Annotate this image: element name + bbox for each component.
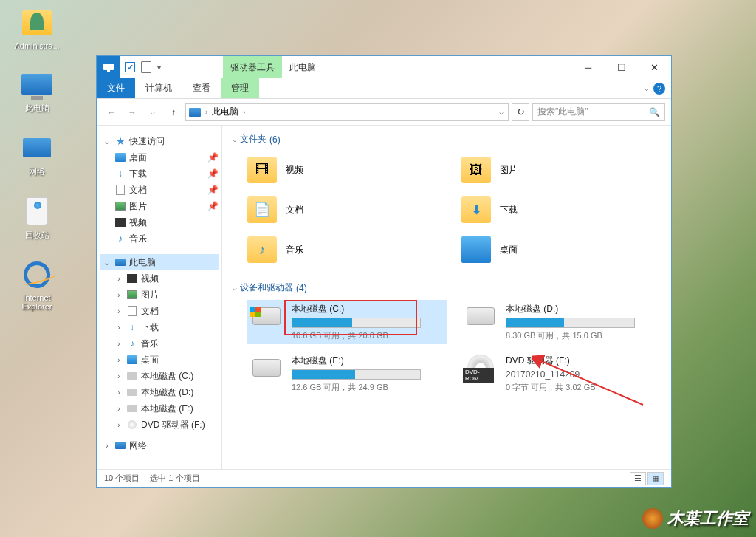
tree-item-downloads[interactable]: ↓下载📌 — [100, 165, 219, 182]
ribbon-tab-manage[interactable]: 管理 — [221, 78, 259, 98]
ribbon: 文件 计算机 查看 管理 ⌵ ? — [97, 78, 671, 99]
qat-properties-icon[interactable]: ✓ — [125, 62, 135, 72]
view-tiles-button[interactable]: ▦ — [647, 472, 664, 485]
tree-item-documents[interactable]: ›文档 — [100, 303, 219, 319]
back-button[interactable]: ← — [103, 103, 120, 121]
desktop-icon-ie[interactable]: Internet Explorer — [7, 259, 66, 311]
ribbon-tab-computer[interactable]: 计算机 — [135, 78, 182, 98]
view-details-button[interactable]: ☰ — [630, 472, 646, 485]
tree-network[interactable]: ›网络 — [100, 437, 219, 454]
folder-downloads[interactable]: ⬇下载 — [461, 191, 661, 228]
svg-rect-1 — [107, 70, 110, 72]
explorer-window: ✓ ▾ 驱动器工具 此电脑 ─ ☐ ✕ 文件 计算机 查看 管理 ⌵ ? ← →… — [96, 55, 672, 488]
tree-item-music[interactable]: ›♪音乐 — [100, 335, 219, 352]
section-folders[interactable]: ⌵文件夹 (6) — [233, 133, 661, 146]
address-dropdown-icon[interactable]: ⌵ — [495, 108, 508, 116]
folder-desktop[interactable]: 桌面 — [461, 231, 661, 268]
minimize-button[interactable]: ─ — [571, 56, 605, 78]
status-selected-count: 选中 1 个项目 — [150, 473, 199, 484]
drive-d[interactable]: 本地磁盘 (D:) 8.30 GB 可用，共 15.0 GB — [461, 300, 661, 344]
folder-documents[interactable]: 📄文档 — [247, 191, 447, 228]
tree-item-dvd[interactable]: ›DVD 驱动器 (F:) — [100, 417, 219, 433]
refresh-button[interactable]: ↻ — [512, 103, 529, 121]
breadcrumb-sep-icon[interactable]: › — [205, 108, 207, 116]
tree-this-pc[interactable]: ⌵此电脑 — [100, 254, 219, 270]
tree-item-downloads[interactable]: ›↓下载 — [100, 319, 219, 335]
navigation-bar: ← → ⌵ ↑ › 此电脑 › ⌵ ↻ 搜索"此电脑" 🔍 — [97, 99, 671, 126]
tree-item-desktop[interactable]: ›桌面 — [100, 352, 219, 368]
contextual-tab-label: 驱动器工具 — [223, 56, 282, 78]
breadcrumb-segment[interactable]: 此电脑 — [212, 106, 238, 118]
desktop-icons: Administra... 此电脑 网络 回收站 Internet Explor… — [7, 7, 66, 329]
drive-hdd-icon — [252, 359, 281, 377]
search-input[interactable]: 搜索"此电脑" 🔍 — [532, 103, 665, 121]
tree-quick-access[interactable]: ⌵★快速访问 — [100, 133, 219, 149]
drive-c[interactable]: 本地磁盘 (C:) 10.6 GB 可用，共 20.0 GB — [247, 300, 447, 344]
close-button[interactable]: ✕ — [638, 56, 671, 78]
address-bar[interactable]: › 此电脑 › ⌵ — [185, 103, 509, 121]
tree-item-videos[interactable]: 视频 — [100, 214, 219, 230]
section-drives[interactable]: ⌵设备和驱动器 (4) — [233, 281, 661, 294]
search-icon[interactable]: 🔍 — [649, 107, 660, 117]
maximize-button[interactable]: ☐ — [605, 56, 638, 78]
tree-item-drive-e[interactable]: ›本地磁盘 (E:) — [100, 400, 219, 417]
up-button[interactable]: ↑ — [165, 103, 182, 121]
folder-pictures[interactable]: 🖼图片 — [461, 151, 661, 188]
qat-dropdown-icon[interactable]: ▾ — [157, 64, 161, 72]
desktop-icon-recycle-bin[interactable]: 回收站 — [7, 196, 66, 241]
watermark-icon — [642, 508, 663, 529]
status-bar: 10 个项目 选中 1 个项目 ☰ ▦ — [97, 469, 671, 487]
address-pc-icon — [189, 108, 201, 117]
drive-windows-icon — [252, 307, 281, 325]
help-icon[interactable]: ? — [653, 83, 665, 95]
tree-item-videos[interactable]: ›视频 — [100, 270, 219, 287]
drive-hdd-icon — [467, 307, 495, 325]
content-pane: ⌵文件夹 (6) 🎞视频 🖼图片 📄文档 ⬇下载 ♪音乐 桌面 ⌵设备和驱动器 … — [222, 126, 671, 469]
desktop-icon-this-pc[interactable]: 此电脑 — [7, 69, 66, 114]
quick-access-toolbar: ✓ ▾ — [125, 61, 161, 73]
forward-button[interactable]: → — [123, 103, 141, 121]
desktop-icon-user[interactable]: Administra... — [7, 7, 66, 50]
history-dropdown-icon[interactable]: ⌵ — [144, 103, 162, 121]
desktop-icon-network[interactable]: 网络 — [7, 132, 66, 177]
folder-music[interactable]: ♪音乐 — [247, 231, 447, 268]
tree-item-desktop[interactable]: 桌面📌 — [100, 149, 219, 165]
status-item-count: 10 个项目 — [104, 473, 140, 484]
qat-newfolder-icon[interactable] — [141, 61, 151, 73]
breadcrumb-sep-icon[interactable]: › — [243, 108, 245, 116]
search-placeholder: 搜索"此电脑" — [537, 106, 588, 118]
drive-e[interactable]: 本地磁盘 (E:) 12.6 GB 可用，共 24.9 GB — [247, 352, 447, 396]
watermark: 木葉工作室 — [642, 507, 749, 530]
tree-item-music[interactable]: ♪音乐 — [100, 230, 219, 247]
tree-item-drive-d[interactable]: ›本地磁盘 (D:) — [100, 384, 219, 400]
app-icon[interactable] — [97, 56, 120, 78]
tree-item-pictures[interactable]: 图片📌 — [100, 198, 219, 214]
tree-item-pictures[interactable]: ›图片 — [100, 287, 219, 303]
drive-dvd[interactable]: DVD-ROM DVD 驱动器 (F:) 20170210_114209 0 字… — [461, 352, 661, 396]
navigation-pane: ⌵★快速访问 桌面📌 ↓下载📌 文档📌 图片📌 视频 ♪音乐 ⌵此电脑 ›视频 … — [97, 126, 222, 469]
tree-item-drive-c[interactable]: ›本地磁盘 (C:) — [100, 368, 219, 384]
folder-videos[interactable]: 🎞视频 — [247, 151, 447, 188]
dvd-icon: DVD-ROM — [467, 355, 494, 381]
ribbon-tab-view[interactable]: 查看 — [182, 78, 221, 98]
ribbon-collapse-icon[interactable]: ⌵ — [645, 84, 649, 92]
tree-item-documents[interactable]: 文档📌 — [100, 182, 219, 198]
svg-rect-0 — [103, 64, 114, 70]
window-title: 此电脑 — [289, 61, 316, 74]
ribbon-tab-file[interactable]: 文件 — [97, 78, 135, 98]
titlebar: ✓ ▾ 驱动器工具 此电脑 ─ ☐ ✕ — [97, 56, 671, 78]
